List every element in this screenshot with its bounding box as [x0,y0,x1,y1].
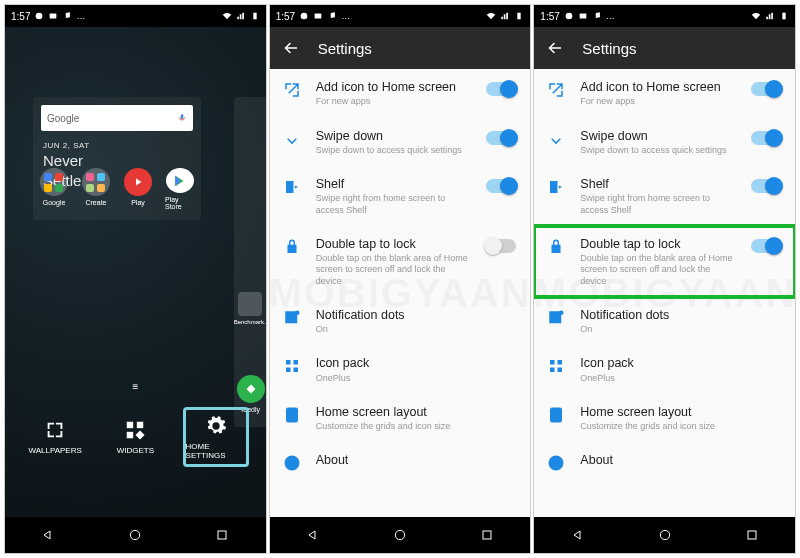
svg-point-40 [660,530,669,539]
svg-point-23 [291,460,293,462]
more-icon: … [341,11,350,21]
row-swipe-down[interactable]: Swipe downSwipe down to access quick set… [270,118,531,167]
nav-recent-icon[interactable] [479,527,495,543]
wifi-icon [222,11,232,21]
info-icon [283,454,301,472]
app-bar: Settings [270,27,531,69]
music-icon [327,11,337,21]
drawer-handle-icon[interactable]: ≡ [132,381,138,392]
home-settings-button[interactable]: HOME SETTINGS [183,407,249,467]
toggle-swipe-down[interactable] [751,131,781,145]
app-create[interactable]: Create [81,168,111,210]
row-shelf[interactable]: ShelfSwipe right from home screen to acc… [270,166,531,226]
row-layout[interactable]: Home screen layoutCustomize the grids an… [270,394,531,443]
svg-rect-17 [286,368,291,373]
wifi-icon [486,11,496,21]
benchmark-folder[interactable] [238,292,262,316]
toggle-add-icon[interactable] [751,82,781,96]
nav-back-icon[interactable] [40,527,56,543]
row-double-tap[interactable]: Double tap to lockDouble tap on the blan… [534,226,795,297]
status-time: 1:57 [540,11,559,22]
svg-rect-7 [136,431,145,440]
svg-rect-15 [286,360,291,365]
settings-list: MOBIGYAAN Add icon to Home screenFor new… [534,69,795,517]
speech-icon [564,11,574,21]
svg-point-26 [565,13,572,20]
row-shelf[interactable]: ShelfSwipe right from home screen to acc… [534,166,795,226]
row-icon-pack[interactable]: Icon packOnePlus [534,345,795,394]
status-bar: 1:57 … [5,5,266,27]
search-label: Google [47,113,79,124]
app-play[interactable]: Play [123,168,153,210]
svg-rect-25 [483,531,491,539]
toggle-swipe-down[interactable] [486,131,516,145]
widgets-button[interactable]: WIDGETS [102,407,168,467]
row-icon-pack[interactable]: Icon packOnePlus [270,345,531,394]
svg-rect-36 [553,411,555,413]
home-options-row: WALLPAPERS WIDGETS HOME SETTINGS [5,407,266,467]
arrow-down-icon [283,130,301,148]
nav-back-icon[interactable] [305,527,321,543]
google-search-bar[interactable]: Google [41,105,193,131]
svg-rect-18 [293,368,298,373]
svg-point-24 [395,530,404,539]
speech-icon [299,11,309,21]
svg-rect-11 [315,14,322,19]
toggle-double-tap[interactable] [751,239,781,253]
signal-icon [500,11,510,21]
toggle-shelf[interactable] [486,179,516,193]
nav-home-icon[interactable] [392,527,408,543]
music-icon [592,11,602,21]
nav-home-icon[interactable] [657,527,673,543]
toggle-shelf[interactable] [751,179,781,193]
wallpapers-button[interactable]: WALLPAPERS [22,407,88,467]
nav-home-icon[interactable] [127,527,143,543]
benchmark-label: Benchmark... [234,319,266,325]
date-text: JUN 2, SAT [43,141,191,150]
mic-icon[interactable] [177,113,187,123]
row-double-tap[interactable]: Double tap to lockDouble tap on the blan… [270,226,531,297]
home-background: Google JUN 2, SAT Never Settle Google Cr… [5,27,266,517]
row-notif-dots[interactable]: Notification dotsOn [534,297,795,346]
wallpaper-icon [44,419,66,441]
settings-list: MOBIGYAAN Add icon to Home screenFor new… [270,69,531,517]
layout-icon [283,406,301,424]
camera-icon [578,11,588,21]
grid-icon [283,357,301,375]
row-layout[interactable]: Home screen layoutCustomize the grids an… [534,394,795,443]
row-notif-dots[interactable]: Notification dotsOn [270,297,531,346]
side-preview-panel[interactable]: Benchmark... feedly [234,97,266,427]
row-about[interactable]: About [270,442,531,482]
nav-back-icon[interactable] [570,527,586,543]
row-swipe-down[interactable]: Swipe downSwipe down to access quick set… [534,118,795,167]
status-bar: 1:57… [270,5,531,27]
toggle-add-icon[interactable] [486,82,516,96]
nav-recent-icon[interactable] [214,527,230,543]
nav-bar [534,517,795,553]
lock-icon [283,238,301,256]
row-add-icon[interactable]: Add icon to Home screenFor new apps [270,69,531,118]
svg-point-10 [301,13,308,20]
camera-icon [48,11,58,21]
signal-icon [236,11,246,21]
toggle-double-tap[interactable] [486,239,516,253]
app-google[interactable]: Google [39,168,69,210]
row-about[interactable]: About [534,442,795,482]
svg-rect-9 [218,531,226,539]
phone-settings-off: 1:57… Settings MOBIGYAAN Add icon to Hom… [269,4,532,554]
svg-point-39 [556,460,558,462]
svg-rect-12 [518,13,521,20]
svg-rect-3 [181,114,184,119]
home-preview-panel[interactable]: Google JUN 2, SAT Never Settle Google Cr… [33,97,201,220]
svg-rect-41 [748,531,756,539]
back-arrow-icon[interactable] [282,39,300,57]
shelf-icon [283,178,301,196]
wifi-icon [751,11,761,21]
svg-rect-4 [127,422,133,428]
nav-recent-icon[interactable] [744,527,760,543]
row-add-icon[interactable]: Add icon to Home screenFor new apps [534,69,795,118]
signal-icon [765,11,775,21]
nav-bar [270,517,531,553]
back-arrow-icon[interactable] [546,39,564,57]
app-playstore[interactable]: Play Store [165,168,195,210]
